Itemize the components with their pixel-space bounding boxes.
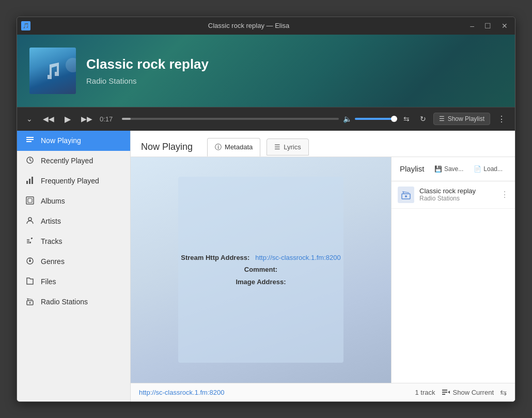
content-title: Now Playing [141,142,193,152]
progress-bar[interactable] [122,118,339,120]
playlist-icon: ☰ [439,115,445,122]
sidebar-item-now-playing-label: Now Playing [41,136,81,145]
tab-lyrics-label: Lyrics [284,143,301,151]
stream-image-line: Image Address: [181,276,340,288]
shuffle-footer-icon[interactable]: ⇆ [500,388,507,397]
playlist-item-subtitle: Radio Stations [419,195,495,202]
svg-rect-1 [26,137,34,138]
load-icon: 📄 [474,165,481,173]
save-playlist-button[interactable]: 💾 Save... [430,163,467,175]
volume-area: 🔈 [343,115,396,123]
sidebar-item-now-playing[interactable]: Now Playing [17,131,130,151]
sidebar-item-tracks[interactable]: Tracks [17,231,130,252]
svg-rect-7 [32,177,33,184]
svg-point-10 [28,218,32,221]
sidebar-item-artists[interactable]: Artists [17,211,130,231]
stream-address-value[interactable]: http://sc-classrock.1.fm:8200 [255,254,340,261]
window-title: Classic rock replay — Elisa [30,22,467,29]
tab-metadata-label: Metadata [225,143,253,151]
collapse-button[interactable]: ⌄ [23,113,36,125]
sidebar: Now Playing Recently Played Frequently P… [17,131,131,401]
svg-marker-0 [48,63,59,79]
content-header: Now Playing ⓘ Metadata ☰ Lyrics [131,131,515,157]
svg-rect-8 [26,197,34,204]
svg-rect-21 [442,390,447,391]
playlist-title: Playlist [400,164,426,173]
show-playlist-button[interactable]: ☰ Show Playlist [433,113,490,125]
shuffle-button[interactable]: ⇆ [400,113,413,125]
sidebar-item-radio-stations[interactable]: Radio Stations [17,292,130,312]
volume-mute-icon[interactable]: 🔈 [343,115,352,123]
svg-point-15 [29,260,31,262]
show-current-button[interactable]: Show Current [442,388,494,396]
playlist-item-info: Classic rock replay Radio Stations [419,187,495,202]
close-button[interactable]: ✕ [498,21,511,31]
content-area: Now Playing ⓘ Metadata ☰ Lyrics Stream [131,131,515,401]
stream-address-label: Stream Http Address: [181,254,249,261]
svg-rect-5 [26,181,28,184]
stream-info: Stream Http Address: http://sc-classrock… [181,252,340,288]
sidebar-item-recently-played-label: Recently Played [41,157,93,165]
show-playlist-label: Show Playlist [448,115,484,122]
sidebar-item-artists-label: Artists [41,217,61,225]
playlist-item-menu-button[interactable]: ⋮ [500,190,509,199]
window-controls: – ☐ ✕ [467,21,511,31]
stream-comment-line: Comment: [181,264,340,275]
sidebar-item-files[interactable]: Files [17,272,130,292]
previous-button[interactable]: ◀◀ [40,113,57,125]
svg-marker-24 [448,391,450,394]
volume-bar[interactable] [355,118,396,120]
sidebar-item-genres[interactable]: Genres [17,252,130,272]
genres-icon [25,257,35,267]
tracks-icon [25,237,35,246]
svg-rect-23 [442,394,445,395]
svg-rect-3 [26,141,32,142]
sidebar-item-recently-played[interactable]: Recently Played [17,151,130,171]
main-content: Now Playing Recently Played Frequently P… [17,131,515,401]
playlist-item[interactable]: Classic rock replay Radio Stations ⋮ [392,181,515,209]
playlist-item-icon [398,187,414,203]
tab-lyrics[interactable]: ☰ Lyrics [267,138,308,156]
sidebar-item-radio-stations-label: Radio Stations [41,298,88,306]
content-footer: http://sc-classrock.1.fm:8200 1 track Sh… [131,383,515,401]
sidebar-item-files-label: Files [41,277,56,286]
frequently-played-icon [25,176,35,186]
now-playing-content: Stream Http Address: http://sc-classrock… [131,157,515,383]
play-button[interactable]: ▶ [61,112,74,126]
maximize-button[interactable]: ☐ [481,21,494,31]
show-current-label: Show Current [453,389,494,396]
files-icon [25,277,35,287]
progress-fill [122,118,131,120]
sidebar-item-albums[interactable]: Albums [17,191,130,211]
svg-point-20 [405,195,407,197]
stream-url-link[interactable]: http://sc-classrock.1.fm:8200 [139,389,224,396]
menu-button[interactable]: ⋮ [494,112,509,126]
album-art [29,48,76,94]
sidebar-item-frequently-played-label: Frequently Played [41,177,99,185]
radio-item-icon [401,190,411,200]
stream-address-line: Stream Http Address: http://sc-classrock… [181,252,340,264]
load-label: Load... [483,165,503,173]
minimize-button[interactable]: – [467,21,477,31]
playlist-actions: 💾 Save... 📄 Load... [430,163,507,175]
repeat-button[interactable]: ↻ [417,113,429,125]
svg-rect-2 [26,139,34,140]
track-count: 1 track [415,389,435,396]
header-subtitle: Radio Stations [86,76,209,85]
load-playlist-button[interactable]: 📄 Load... [470,163,507,175]
media-display: Stream Http Address: http://sc-classrock… [131,157,391,383]
albums-icon [25,196,35,206]
show-current-icon [442,388,450,396]
album-art-inner [29,48,76,94]
playlist-item-title: Classic rock replay [419,187,495,195]
metadata-icon: ⓘ [215,143,222,152]
stream-comment-label: Comment: [244,266,277,273]
header-banner: Classic rock replay Radio Stations [17,35,515,107]
media-display-box: Stream Http Address: http://sc-classrock… [178,177,343,363]
header-title: Classic rock replay [86,56,209,72]
tab-metadata[interactable]: ⓘ Metadata [207,138,260,157]
next-button[interactable]: ▶▶ [78,113,96,125]
radio-stations-icon [25,297,35,307]
sidebar-item-frequently-played[interactable]: Frequently Played [17,171,130,191]
music-note-icon [42,60,63,81]
